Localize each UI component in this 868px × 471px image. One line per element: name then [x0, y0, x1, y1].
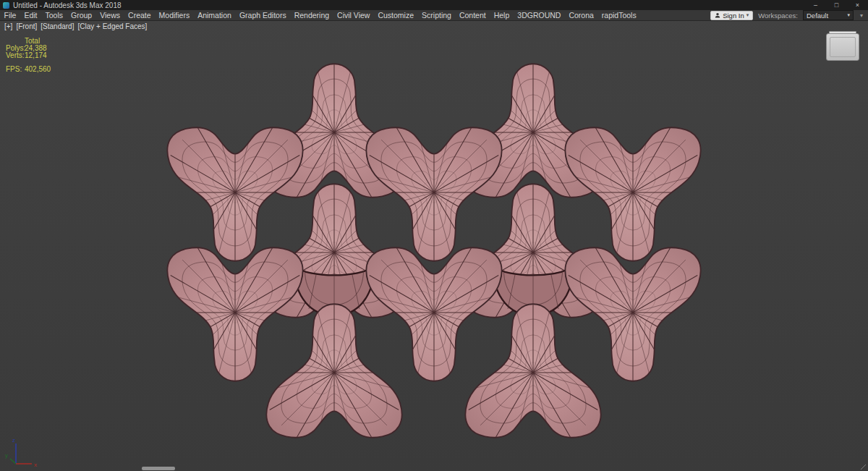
menubar: File Edit Tools Group Views Create Modif…: [0, 10, 868, 21]
menu-item-animation[interactable]: Animation: [194, 10, 236, 20]
menu-item-edit[interactable]: Edit: [20, 10, 41, 20]
viewport-canvas[interactable]: [0, 0, 868, 471]
stats-fps-label: FPS:: [6, 66, 25, 73]
scene-tile[interactable]: [459, 298, 608, 447]
menu-item-corona[interactable]: Corona: [565, 10, 597, 20]
sign-in-button[interactable]: Sign In ▾: [710, 11, 753, 20]
menu-item-tools[interactable]: Tools: [41, 10, 67, 20]
stats-verts-value: 12,174: [25, 51, 47, 59]
world-axis-gizmo: z x y: [4, 435, 42, 468]
chevron-down-icon: ▾: [847, 12, 850, 18]
menu-item-content[interactable]: Content: [455, 10, 490, 20]
window-controls: – □ ×: [805, 0, 868, 10]
viewport-menu-view[interactable]: [Front]: [16, 22, 37, 30]
titlebar: Untitled - Autodesk 3ds Max 2018 – □ ×: [0, 0, 868, 10]
viewport-menu-shading[interactable]: [Standard]: [41, 22, 74, 30]
menubar-right-cluster: Sign In ▾ Workspaces: Default ▾ ▾: [710, 10, 868, 20]
viewport-label: [+] [Front] [Standard] [Clay + Edged Fac…: [4, 22, 147, 30]
menu-item-create[interactable]: Create: [124, 10, 156, 20]
workspaces-dropdown[interactable]: Default ▾: [803, 10, 854, 20]
resize-grip[interactable]: [860, 464, 867, 470]
viewport-statistics: Total Polys:24,388 Verts:12,174 FPS:402,…: [6, 38, 51, 73]
minimize-button[interactable]: –: [805, 0, 826, 10]
menu-item-group[interactable]: Group: [67, 10, 96, 20]
viewcube[interactable]: [826, 33, 859, 61]
menu-item-scripting[interactable]: Scripting: [418, 10, 456, 20]
chevron-down-icon: ▾: [746, 12, 749, 18]
window-title: Untitled - Autodesk 3ds Max 2018: [13, 1, 122, 9]
menu-item-rapidtools[interactable]: rapidTools: [597, 10, 640, 20]
viewport-menu-mode[interactable]: [Clay + Edged Faces]: [77, 22, 147, 30]
user-icon: [715, 12, 720, 18]
model-tessellation[interactable]: [161, 58, 707, 447]
menu-item-graph-editors[interactable]: Graph Editors: [235, 10, 290, 20]
sign-in-label: Sign In: [723, 12, 744, 20]
menubar-overflow-chevron-icon[interactable]: ▾: [859, 12, 864, 19]
close-button[interactable]: ×: [847, 0, 868, 10]
stats-fps-value: 402,560: [25, 65, 51, 73]
axis-y-label: y: [5, 452, 8, 459]
menu-item-customize[interactable]: Customize: [374, 10, 418, 20]
stats-verts-label: Verts:: [6, 52, 25, 59]
menu-item-modifiers[interactable]: Modifiers: [155, 10, 194, 20]
viewport-menu-general[interactable]: [+]: [4, 22, 12, 30]
maximize-button[interactable]: □: [826, 0, 847, 10]
workspaces-label: Workspaces:: [758, 12, 798, 20]
timeline-scrollbar-thumb[interactable]: [142, 467, 175, 470]
app-icon: [3, 2, 9, 9]
menu-item-file[interactable]: File: [0, 10, 20, 20]
menu-item-views[interactable]: Views: [96, 10, 124, 20]
menu-item-3dground[interactable]: 3DGROUND: [514, 10, 565, 20]
menu-item-civil-view[interactable]: Civil View: [333, 10, 374, 20]
workspaces-value: Default: [807, 12, 828, 20]
axis-x-label: x: [34, 462, 37, 468]
menu-item-help[interactable]: Help: [490, 10, 514, 20]
menu-item-rendering[interactable]: Rendering: [290, 10, 333, 20]
scene-tile[interactable]: [260, 298, 409, 447]
viewcube-inner-border: [830, 37, 856, 57]
axis-z-label: z: [12, 437, 15, 444]
